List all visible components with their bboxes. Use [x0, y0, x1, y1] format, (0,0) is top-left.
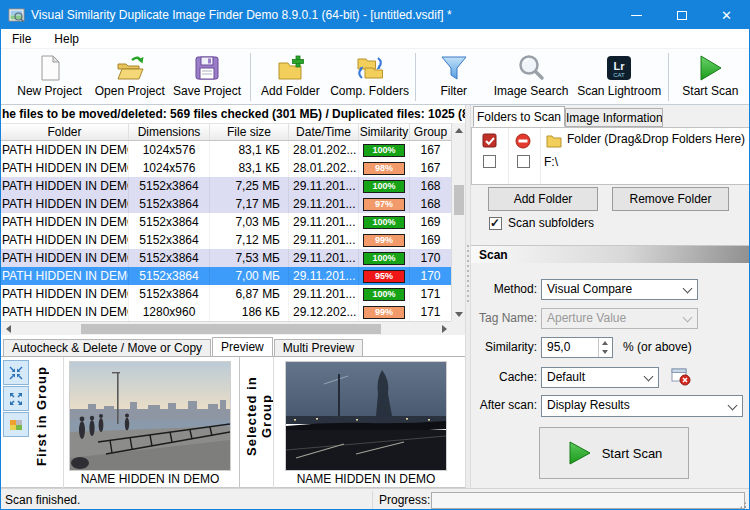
- horizontal-scroll-thumb[interactable]: [81, 324, 381, 334]
- exclude-folder-checkbox[interactable]: [517, 155, 530, 168]
- fit-image-button[interactable]: [3, 360, 29, 385]
- vertical-scroll-thumb[interactable]: [454, 185, 464, 215]
- after-scan-label: After scan:: [471, 395, 537, 416]
- column-header-dimensions[interactable]: Dimensions: [129, 124, 210, 140]
- tab-autocheck-delete[interactable]: Autocheck & Delete / Move or Copy: [3, 339, 211, 356]
- open-project-button[interactable]: Open Project: [92, 52, 167, 102]
- table-row[interactable]: PATH HIDDEN IN DEMO 1280x960 186 КБ 29.1…: [1, 303, 451, 321]
- remove-folder-button[interactable]: Remove Folder: [612, 187, 729, 211]
- selected-in-group-label: Selected in Group: [244, 361, 270, 471]
- palette-icon: [8, 417, 24, 433]
- cell-similarity: 100%: [359, 141, 410, 159]
- similarity-spinbox[interactable]: 95,0: [541, 337, 613, 358]
- scroll-left-icon: [6, 325, 11, 333]
- divider: [273, 357, 274, 488]
- new-project-button[interactable]: New Project: [7, 52, 92, 102]
- table-row-selected[interactable]: PATH HIDDEN IN DEMO 5152x3864 7,00 МБ 29…: [1, 267, 451, 285]
- scan-subfolders-checkbox[interactable]: [489, 217, 502, 230]
- scroll-down-button[interactable]: [452, 307, 466, 321]
- filter-icon: [439, 53, 469, 83]
- start-scan-toolbar-button[interactable]: Start Scan: [672, 52, 749, 102]
- tab-preview[interactable]: Preview: [212, 337, 273, 356]
- new-project-icon: [35, 53, 65, 83]
- toolbar-separator: [668, 53, 669, 101]
- cell-dimensions: 1024x576: [129, 159, 210, 177]
- add-folder-panel-button[interactable]: Add Folder: [488, 187, 598, 211]
- lightroom-icon: Lr CAT: [604, 53, 634, 83]
- results-table: Folder Dimensions File size Date/Time Si…: [1, 123, 465, 335]
- filter-button[interactable]: Filter: [419, 52, 488, 102]
- similarity-badge: 98%: [363, 162, 405, 175]
- start-scan-label: Start Scan: [602, 446, 663, 461]
- cell-similarity: 100%: [359, 213, 410, 231]
- clear-cache-button[interactable]: [669, 367, 693, 387]
- method-dropdown[interactable]: Visual Compare: [541, 279, 698, 300]
- cell-similarity: 99%: [359, 303, 410, 321]
- folders-list-header: Folder (Drag&Drop Folders Here): [567, 132, 745, 146]
- svg-text:CAT: CAT: [613, 72, 625, 78]
- tab-multi-preview[interactable]: Multi Preview: [274, 339, 363, 356]
- scroll-up-button[interactable]: [452, 123, 466, 137]
- save-project-button[interactable]: Save Project: [167, 52, 246, 102]
- table-row[interactable]: PATH HIDDEN IN DEMO 1024x576 83,1 КБ 28.…: [1, 159, 451, 177]
- scroll-right-button[interactable]: [437, 322, 451, 336]
- cell-date: 29.11.201...: [289, 285, 359, 303]
- cache-dropdown[interactable]: Default: [541, 367, 659, 388]
- menu-help[interactable]: Help: [52, 32, 81, 46]
- similarity-badge: 95%: [363, 270, 405, 283]
- cell-group: 167: [410, 141, 451, 159]
- tab-folders-to-scan[interactable]: Folders to Scan: [473, 106, 565, 127]
- compare-folders-button[interactable]: Comp. Folders: [327, 52, 412, 102]
- cell-dimensions: 5152x3864: [129, 177, 210, 195]
- minimize-button[interactable]: [614, 1, 659, 29]
- table-row[interactable]: PATH HIDDEN IN DEMO 5152x3864 7,12 МБ 29…: [1, 231, 451, 249]
- divider: [508, 128, 509, 184]
- column-header-group[interactable]: Group: [410, 124, 451, 140]
- table-row[interactable]: PATH HIDDEN IN DEMO 5152x3864 7,53 МБ 29…: [1, 249, 451, 267]
- table-row[interactable]: PATH HIDDEN IN DEMO 5152x3864 7,25 МБ 29…: [1, 177, 451, 195]
- table-row[interactable]: PATH HIDDEN IN DEMO 5152x3864 6,87 МБ 29…: [1, 285, 451, 303]
- spinner-buttons[interactable]: [598, 338, 612, 357]
- table-row[interactable]: PATH HIDDEN IN DEMO 5152x3864 7,03 МБ 29…: [1, 213, 451, 231]
- table-row[interactable]: PATH HIDDEN IN DEMO 1024x576 83,1 КБ 28.…: [1, 141, 451, 159]
- cell-file-size: 7,00 МБ: [210, 267, 289, 285]
- cell-dimensions: 5152x3864: [129, 249, 210, 267]
- image-search-button[interactable]: Image Search: [488, 52, 573, 102]
- maximize-icon: [677, 11, 687, 20]
- column-header-folder[interactable]: Folder: [1, 124, 129, 140]
- actual-size-button[interactable]: [3, 386, 29, 411]
- scan-subfolders-option[interactable]: Scan subfolders: [489, 216, 594, 230]
- folder-path[interactable]: F:\: [544, 155, 558, 169]
- cell-dimensions: 5152x3864: [129, 213, 210, 231]
- tab-image-information[interactable]: Image Information: [565, 108, 663, 127]
- preview-panel: First in Group: [1, 356, 465, 488]
- column-header-file-size[interactable]: File size: [210, 124, 289, 140]
- table-row[interactable]: PATH HIDDEN IN DEMO 5152x3864 7,17 МБ 29…: [1, 195, 451, 213]
- start-scan-button[interactable]: Start Scan: [539, 427, 689, 479]
- menu-file[interactable]: File: [10, 32, 33, 46]
- scan-section-header: Scan: [471, 245, 750, 263]
- toolbar-separator: [250, 53, 251, 101]
- similarity-badge: 100%: [363, 180, 405, 193]
- cell-folder: PATH HIDDEN IN DEMO: [1, 267, 129, 285]
- horizontal-scrollbar[interactable]: [1, 321, 451, 335]
- similarity-badge: 100%: [363, 144, 405, 157]
- scroll-left-button[interactable]: [1, 322, 15, 336]
- after-scan-dropdown[interactable]: Display Results: [541, 395, 743, 417]
- cell-folder: PATH HIDDEN IN DEMO: [1, 285, 129, 303]
- add-folder-button[interactable]: Add Folder: [254, 52, 327, 102]
- cell-folder: PATH HIDDEN IN DEMO: [1, 141, 129, 159]
- color-mode-button[interactable]: [3, 412, 29, 437]
- scan-lightroom-button[interactable]: Lr CAT Scan Lightroom: [574, 52, 665, 102]
- include-folder-checkbox[interactable]: [483, 155, 496, 168]
- column-header-similarity[interactable]: Similarity: [359, 124, 410, 140]
- maximize-button[interactable]: [659, 1, 704, 29]
- scroll-up-icon: [455, 128, 463, 133]
- vertical-scrollbar[interactable]: [451, 123, 465, 321]
- add-folder-icon: [275, 53, 305, 83]
- column-header-date[interactable]: Date/Time: [289, 124, 359, 140]
- chevron-down-icon: [644, 372, 654, 382]
- cell-dimensions: 5152x3864: [129, 195, 210, 213]
- close-button[interactable]: ✕: [704, 1, 749, 29]
- tag-name-label: Tag Name:: [471, 308, 537, 329]
